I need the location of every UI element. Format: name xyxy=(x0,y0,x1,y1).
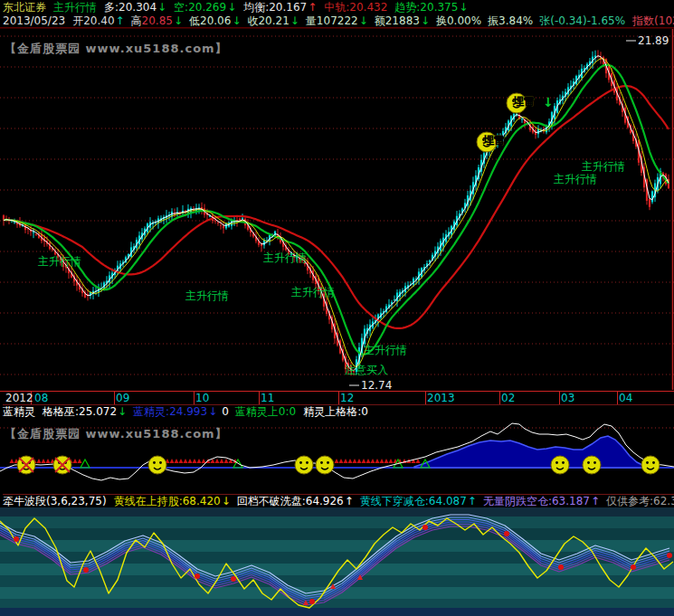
signal-dot xyxy=(195,573,200,579)
indicator-field: 仅供参考:62.309 xyxy=(606,495,674,508)
quote-field: 主升行情 xyxy=(53,1,97,14)
quote-field: 20.85 xyxy=(142,14,173,28)
smiley-marker xyxy=(17,456,35,474)
indicator2-header: 牵牛波段(3,6,23,75)黄线在上持股:68.420↓回档不破洗盘:64.9… xyxy=(3,494,674,508)
axis-label: 11 xyxy=(261,393,274,404)
quote-field: 收20.21 xyxy=(247,14,289,28)
watermark-middle: 【金盾股票园 www.xu5188.com】 xyxy=(5,426,228,442)
blue-elf-area xyxy=(414,436,651,468)
quote-field: 多:20.304 xyxy=(104,1,157,14)
background-stripe xyxy=(0,599,674,608)
smiley-marker xyxy=(53,456,71,474)
axis-label: 12 xyxy=(340,393,354,404)
quote-field: ↓ xyxy=(459,1,468,14)
mine-warning-label: 埋雷 xyxy=(482,134,505,147)
ma-fast-white xyxy=(4,56,669,371)
quote-field: ↓ xyxy=(174,14,183,28)
trend-annotation: 主升行情 xyxy=(554,173,597,185)
axis-label: 2013 xyxy=(427,393,455,404)
smiley-marker xyxy=(316,456,334,474)
axis-label: 10 xyxy=(195,393,209,404)
indicator-field: 格格巫:25.072 xyxy=(43,405,117,419)
indicator-field: 无量阴跌空仓:63.187 xyxy=(483,495,590,508)
quote-field: ↑ xyxy=(116,14,125,28)
smiley-marker xyxy=(148,456,166,474)
indicator-field: 蓝精灵:24.993 xyxy=(133,405,207,419)
ma-mid-yellow xyxy=(4,59,669,367)
indicator-field: 蓝精灵上0:0 xyxy=(235,405,296,419)
top-separator xyxy=(0,27,674,29)
indicator-field: 精灵上格格:0 xyxy=(303,405,368,419)
axis-label: 2012 xyxy=(5,393,33,404)
axis-tick xyxy=(617,392,618,404)
wave-band-pane[interactable] xyxy=(0,507,674,616)
signal-dot xyxy=(309,599,315,604)
down-arrow-icon: ↓ xyxy=(543,95,554,109)
stock-app-window: 东北证券主升行情多:20.304↓空:20.269↓均衡:20.167↑中轨:2… xyxy=(0,0,674,616)
indicator-field: 回档不破洗盘:64.926 xyxy=(237,495,344,508)
smiley-marker xyxy=(641,456,660,474)
background-stripe xyxy=(0,575,674,587)
signal-dot xyxy=(231,576,236,582)
watermark-top: 【金盾股票园 www.xu5188.com】 xyxy=(5,41,228,57)
background-stripe xyxy=(0,608,674,616)
smiley-marker xyxy=(295,456,313,474)
ma-slow-green xyxy=(4,65,669,355)
axis-label: 02 xyxy=(501,393,515,404)
quote-info-line2: 2013/05/23开20.40↑高20.85↓低20.06↓收20.21↓量1… xyxy=(3,14,674,28)
signal-dot xyxy=(631,564,636,570)
trend-annotation: 主升行情 xyxy=(38,255,81,268)
quote-field: 高 xyxy=(131,14,142,28)
quote-field: 换0.00% xyxy=(436,14,481,28)
signal-dot xyxy=(14,536,19,542)
quote-field: 2013/05/23 xyxy=(3,14,65,28)
indicator-field: ↑ xyxy=(345,495,354,508)
quote-info-line1: 东北证券主升行情多:20.304↓空:20.269↓均衡:20.167↑中轨:2… xyxy=(3,1,674,14)
indicator-field: ↓ xyxy=(208,405,217,419)
smiley-marker xyxy=(551,456,569,474)
smiley-marker xyxy=(583,456,601,474)
axis-tick xyxy=(114,392,115,404)
mine-warning-label: 埋雷 xyxy=(512,95,535,108)
axis-tick xyxy=(425,392,426,404)
candlestick-chart-pane[interactable]: 主升行情主升行情主升行情主升行情主升行情主升行情主升行情注意买入12.7421.… xyxy=(0,27,674,391)
axis-tick xyxy=(499,392,500,404)
background-stripe xyxy=(0,507,674,516)
quote-field: ↑ xyxy=(308,1,317,14)
quote-field: ↓ xyxy=(421,14,430,28)
signal-dot xyxy=(504,531,509,536)
quote-field: ↓ xyxy=(290,14,299,28)
quote-field: 均衡:20.167 xyxy=(243,1,307,14)
quote-field: 空:20.269 xyxy=(174,1,226,14)
indicator-field: 0 xyxy=(222,405,229,419)
indicator-field: ↓ xyxy=(118,405,127,419)
indicator-field: 蓝精灵 xyxy=(3,405,35,419)
axis-tick xyxy=(559,392,560,404)
signal-dot xyxy=(83,567,89,573)
quote-field: 振3.84% xyxy=(488,14,533,28)
ma-long-red xyxy=(4,86,669,328)
signal-dot xyxy=(667,553,672,558)
quote-field: 额21883 xyxy=(375,14,420,28)
signal-dot xyxy=(558,564,564,570)
indicator1-header: 蓝精灵格格巫:25.072↓蓝精灵:24.993↓0蓝精灵上0:0精灵上格格:0 xyxy=(3,404,674,419)
quote-field: ↓ xyxy=(227,1,236,14)
axis-label: 03 xyxy=(561,393,574,404)
price-label: 21.89 xyxy=(638,34,669,47)
indicator-field: 黄线在上持股:68.420 xyxy=(114,495,221,508)
green-triangle-marker xyxy=(81,460,90,468)
indicator-field: 牵牛波段(3,6,23,75) xyxy=(3,495,107,508)
signal-dot xyxy=(422,525,428,530)
background-stripe xyxy=(0,540,674,552)
time-axis: 201208091011122013020304 xyxy=(0,391,674,405)
background-stripe xyxy=(0,528,674,540)
indicator-field: ↓ xyxy=(222,495,231,508)
quote-field: 量107222 xyxy=(306,14,358,28)
axis-tick xyxy=(259,392,260,404)
axis-tick xyxy=(194,392,195,404)
indicator-field: ↑ xyxy=(468,495,477,508)
quote-field: ↓ xyxy=(359,14,368,28)
trend-annotation: 注意买入 xyxy=(345,364,388,376)
candles xyxy=(3,50,669,375)
axis-label: 08 xyxy=(34,393,48,404)
